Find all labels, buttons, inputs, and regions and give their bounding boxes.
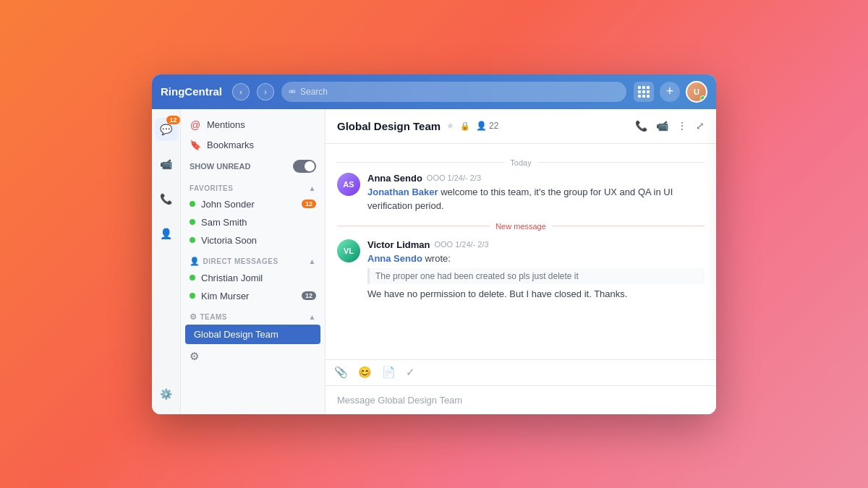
chat-input[interactable] bbox=[337, 395, 705, 406]
app-title: RingCentral bbox=[161, 85, 222, 98]
video-rail-icon[interactable]: 📹 bbox=[155, 153, 178, 176]
teams-section-header: ⚙ TEAMS ▲ bbox=[181, 305, 325, 325]
dm-icon: 👤 bbox=[190, 257, 200, 266]
messages-badge: 12 bbox=[166, 116, 179, 124]
members-count: 👤 22 bbox=[476, 121, 498, 131]
team-name: Global Design Team bbox=[194, 329, 278, 340]
contact-kim-murser[interactable]: Kim Murser 12 bbox=[181, 287, 325, 305]
grid-apps-button[interactable] bbox=[634, 82, 654, 102]
phone-rail-icon[interactable]: 📞 bbox=[155, 187, 178, 210]
forward-button[interactable]: › bbox=[257, 83, 274, 100]
chat-input-row bbox=[326, 385, 716, 414]
messages-list: Today AS Anna Sendo OOO 1/24/- 2/3 Jonat… bbox=[326, 144, 716, 359]
today-divider: Today bbox=[337, 158, 705, 167]
chat-header: Global Design Team ★ 🔒 👤 22 📞 📹 ⋮ ⤢ bbox=[326, 109, 716, 144]
favorites-toggle[interactable]: ▲ bbox=[309, 184, 316, 192]
teams-toggle[interactable]: ▲ bbox=[309, 313, 316, 321]
show-unread-toggle[interactable] bbox=[293, 160, 316, 173]
message-body: Victor Lidman OOO 1/24/- 2/3 Anna Sendo … bbox=[367, 239, 705, 301]
favorites-label: FAVORITES bbox=[190, 184, 233, 192]
favorites-section-header: FAVORITES ▲ bbox=[181, 177, 325, 195]
message-time: OOO 1/24/- 2/3 bbox=[427, 174, 481, 182]
document-icon[interactable]: 📄 bbox=[382, 366, 396, 379]
message-avatar: AS bbox=[337, 173, 360, 196]
message-sender: Victor Lidman bbox=[367, 239, 430, 250]
message-body: Anna Sendo OOO 1/24/- 2/3 Jonathan Baker… bbox=[367, 173, 705, 213]
sidebar: @ Mentions 🔖 Bookmarks SHOW UNREAD FAVOR… bbox=[181, 109, 326, 414]
header-actions: 📞 📹 ⋮ ⤢ bbox=[635, 120, 705, 132]
search-icon: ⚮ bbox=[289, 87, 296, 97]
contact-name: Sam Smith bbox=[201, 217, 247, 228]
contacts-rail-icon[interactable]: 👤 bbox=[155, 222, 178, 245]
members-number: 22 bbox=[489, 121, 498, 131]
messages-rail-icon[interactable]: 💬 12 bbox=[155, 118, 178, 141]
top-bar-actions: + U bbox=[634, 81, 707, 103]
sidebar-bottom: ⚙ bbox=[181, 344, 325, 370]
main-content: 💬 12 📹 📞 👤 ⚙️ @ Mentions bbox=[152, 109, 716, 414]
sidebar-item-bookmarks[interactable]: 🔖 Bookmarks bbox=[181, 135, 325, 155]
new-message-label: New message bbox=[495, 222, 546, 231]
sidebar-item-mentions[interactable]: @ Mentions bbox=[181, 115, 325, 135]
new-message-divider: New message bbox=[337, 222, 705, 231]
online-dot bbox=[190, 293, 195, 299]
emoji-icon[interactable]: 😊 bbox=[358, 366, 372, 379]
task-icon[interactable]: ✓ bbox=[406, 366, 415, 379]
bookmarks-icon: 🔖 bbox=[190, 140, 201, 151]
quote-body: The proper one had been created so pls j… bbox=[375, 271, 579, 281]
contact-victoria-soon[interactable]: Victoria Soon bbox=[181, 231, 325, 249]
add-button[interactable]: + bbox=[660, 82, 680, 102]
message-avatar: VL bbox=[337, 239, 360, 262]
bookmarks-label: Bookmarks bbox=[207, 140, 254, 150]
more-options-icon[interactable]: ⋮ bbox=[677, 120, 687, 132]
contact-christian-jomil[interactable]: Christian Jomil bbox=[181, 269, 325, 287]
contact-sam-smith[interactable]: Sam Smith bbox=[181, 213, 325, 231]
message-time: OOO 1/24/- 2/3 bbox=[434, 240, 488, 249]
audio-call-icon[interactable]: 📞 bbox=[635, 120, 647, 132]
online-dot bbox=[190, 275, 195, 281]
today-label: Today bbox=[510, 158, 531, 167]
contact-john-sonder[interactable]: John Sonder 12 bbox=[181, 195, 325, 213]
chat-title: Global Design Team bbox=[337, 120, 441, 132]
show-unread-row: SHOW UNREAD bbox=[181, 155, 325, 177]
message-text: Jonathan Baker welcome to this team, it'… bbox=[367, 185, 705, 213]
quote-author-link[interactable]: Anna Sendo bbox=[367, 253, 422, 264]
settings-gear-icon[interactable]: ⚙ bbox=[190, 350, 204, 364]
teams-label: TEAMS bbox=[200, 313, 228, 321]
mention-link[interactable]: Jonathan Baker bbox=[367, 187, 438, 197]
contacts-icon: 👤 bbox=[160, 228, 172, 239]
back-button[interactable]: ‹ bbox=[232, 83, 250, 100]
attach-icon[interactable]: 📎 bbox=[334, 366, 348, 379]
mentions-label: Mentions bbox=[207, 119, 245, 130]
dm-label: DIRECT MESSAGES bbox=[203, 257, 278, 265]
chat-area: Global Design Team ★ 🔒 👤 22 📞 📹 ⋮ ⤢ Toda… bbox=[326, 109, 716, 414]
quote-wrote: wrote: bbox=[425, 253, 450, 264]
message-text: Anna Sendo wrote: bbox=[367, 252, 705, 266]
icon-rail: 💬 12 📹 📞 👤 ⚙️ bbox=[152, 109, 181, 414]
phone-icon: 📞 bbox=[160, 193, 172, 205]
contact-name: Christian Jomil bbox=[201, 273, 263, 283]
online-indicator bbox=[700, 95, 705, 100]
online-dot bbox=[190, 201, 195, 207]
message-sender: Anna Sendo bbox=[367, 173, 422, 184]
sidebar-item-global-design-team[interactable]: Global Design Team bbox=[185, 325, 320, 344]
dm-toggle[interactable]: ▲ bbox=[309, 257, 316, 265]
quote-block: The proper one had been created so pls j… bbox=[367, 268, 705, 284]
online-dot bbox=[190, 219, 195, 225]
chat-toolbar: 📎 😊 📄 ✓ bbox=[326, 359, 716, 385]
contact-name: Kim Murser bbox=[201, 291, 249, 301]
contact-name: John Sonder bbox=[201, 199, 255, 210]
search-bar[interactable]: ⚮ Search bbox=[281, 82, 626, 102]
star-icon[interactable]: ★ bbox=[446, 121, 454, 131]
reply-text: We have no permission to delete. But I h… bbox=[367, 287, 705, 301]
expand-icon[interactable]: ⤢ bbox=[696, 120, 705, 132]
members-icon: 👤 bbox=[476, 121, 487, 131]
settings-rail-icon[interactable]: ⚙️ bbox=[155, 382, 178, 406]
teams-icon: ⚙ bbox=[190, 312, 197, 322]
user-avatar[interactable]: U bbox=[686, 81, 707, 103]
video-icon: 📹 bbox=[160, 158, 172, 170]
message-row: VL Victor Lidman OOO 1/24/- 2/3 Anna Sen… bbox=[337, 239, 705, 301]
message-meta: Victor Lidman OOO 1/24/- 2/3 bbox=[367, 239, 705, 250]
message-row: AS Anna Sendo OOO 1/24/- 2/3 Jonathan Ba… bbox=[337, 173, 705, 213]
video-call-icon[interactable]: 📹 bbox=[656, 120, 668, 132]
chat-icon: 💬 bbox=[160, 124, 172, 135]
